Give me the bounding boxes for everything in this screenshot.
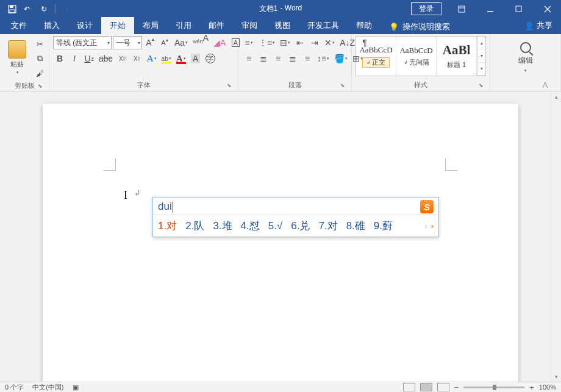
superscript-button[interactable]: X2 xyxy=(130,52,144,65)
zoom-slider-thumb[interactable] xyxy=(493,385,496,390)
highlight-color-button[interactable]: ab▾ xyxy=(160,52,173,65)
maximize-button[interactable] xyxy=(505,0,532,18)
web-layout-view[interactable] xyxy=(437,383,449,391)
tab-mailings[interactable]: 邮件 xyxy=(200,17,233,34)
character-border-button[interactable]: 字 xyxy=(204,52,217,65)
scroll-down-button[interactable]: ▾ xyxy=(551,371,561,382)
change-case-button[interactable]: Aa▾ xyxy=(173,36,190,49)
tab-review[interactable]: 审阅 xyxy=(233,17,266,34)
share-button[interactable]: 👤 共享 xyxy=(516,17,561,34)
login-button[interactable]: 登录 xyxy=(411,2,441,15)
font-dialog-launcher[interactable]: ⬊ xyxy=(226,82,233,90)
tab-file[interactable]: 文件 xyxy=(2,17,35,34)
copy-button[interactable]: ⧉ xyxy=(33,52,46,65)
align-left-button[interactable]: ≡ xyxy=(242,52,255,65)
page[interactable]: I ↲ xyxy=(43,104,518,382)
tab-developer[interactable]: 开发工具 xyxy=(299,17,348,34)
zoom-in-button[interactable]: + xyxy=(529,383,534,392)
enclose-characters-button[interactable]: A xyxy=(229,36,242,49)
increase-indent-button[interactable]: ⇥ xyxy=(308,36,321,49)
font-color-button[interactable]: A▾ xyxy=(174,52,188,65)
zoom-out-button[interactable]: − xyxy=(454,383,459,392)
bold-button[interactable]: B xyxy=(53,52,66,65)
undo-button[interactable]: ↶▾ xyxy=(21,2,35,16)
align-center-button[interactable]: ≣ xyxy=(257,52,270,65)
word-count[interactable]: 0 个字 xyxy=(5,383,24,392)
ime-next-page[interactable]: › xyxy=(431,221,434,230)
scroll-up-button[interactable]: ▴ xyxy=(551,91,561,102)
find-button[interactable]: 编辑 ▾ xyxy=(512,36,539,79)
show-marks-button[interactable]: ¶ xyxy=(358,36,371,49)
zoom-slider[interactable] xyxy=(463,387,524,388)
paragraph-dialog-launcher[interactable]: ⬊ xyxy=(339,82,346,90)
scrollbar-track[interactable] xyxy=(551,102,561,371)
character-shading-button[interactable]: A xyxy=(189,52,202,65)
styles-dialog-launcher[interactable]: ⬊ xyxy=(477,82,485,90)
strikethrough-button[interactable]: abc xyxy=(97,52,115,65)
decrease-indent-button[interactable]: ⇤ xyxy=(293,36,307,49)
distribute-button[interactable]: ≡ xyxy=(301,52,314,65)
tab-insert[interactable]: 插入 xyxy=(35,17,68,34)
qat-customize[interactable]: ▾ xyxy=(59,2,74,16)
ime-candidate[interactable]: 4.怼 xyxy=(241,219,260,233)
asian-layout-button[interactable]: ✕▾ xyxy=(323,36,337,49)
text-effects-button[interactable]: A▾ xyxy=(145,52,159,65)
minimize-button[interactable] xyxy=(476,0,504,18)
redo-button[interactable]: ↻ xyxy=(37,2,51,16)
italic-button[interactable]: I xyxy=(68,52,81,65)
tab-layout[interactable]: 布局 xyxy=(134,17,167,34)
macro-recorder-icon[interactable]: ▣ xyxy=(73,383,79,391)
font-size-combo[interactable]: 一号▾ xyxy=(113,36,142,49)
grow-font-button[interactable]: A▴ xyxy=(143,36,157,49)
bullet-list-button[interactable]: ≡▾ xyxy=(242,36,255,49)
align-right-button[interactable]: ≡ xyxy=(271,52,285,65)
ime-candidate[interactable]: 7.对 xyxy=(318,219,337,233)
ribbon-display-options[interactable] xyxy=(448,0,475,18)
shading-button[interactable]: 🪣▾ xyxy=(332,52,349,65)
read-mode-view[interactable] xyxy=(403,383,415,391)
cut-button[interactable]: ✂ xyxy=(33,37,46,51)
tab-help[interactable]: 帮助 xyxy=(348,17,381,34)
tab-references[interactable]: 引用 xyxy=(167,17,200,34)
borders-button[interactable]: ⊞▾ xyxy=(351,52,365,65)
tab-view[interactable]: 视图 xyxy=(266,17,299,34)
underline-button[interactable]: U▾ xyxy=(82,52,96,65)
ime-prev-page: ‹ xyxy=(424,221,427,230)
ime-candidate[interactable]: 5.√ xyxy=(268,220,283,232)
multilevel-list-button[interactable]: ⊟▾ xyxy=(278,36,292,49)
tell-me-search[interactable]: 💡 操作说明搜索 xyxy=(381,20,459,34)
title-bar: ↶▾ ↻ ▾ 文档1 - Word 登录 xyxy=(0,0,561,18)
person-icon: 👤 xyxy=(524,21,534,30)
styles-gallery-expand[interactable]: ▴▾▾ xyxy=(477,37,485,76)
print-layout-view[interactable] xyxy=(420,383,432,391)
style-heading1[interactable]: AaBl 标题 1 xyxy=(437,37,477,76)
numbered-list-button[interactable]: ⋮≡▾ xyxy=(257,36,277,49)
shrink-font-button[interactable]: A▾ xyxy=(158,36,171,49)
ime-candidate[interactable]: 8.碓 xyxy=(346,219,365,233)
style-no-spacing[interactable]: AaBbCcD ↲无间隔 xyxy=(396,37,437,76)
tab-design[interactable]: 设计 xyxy=(68,17,101,34)
paste-button[interactable]: 粘贴 ▾ xyxy=(4,36,30,79)
font-family-combo[interactable]: 等线 (西文正▾ xyxy=(53,36,112,49)
language-status[interactable]: 中文(中国) xyxy=(32,383,63,392)
ime-candidate[interactable]: 9.薱 xyxy=(374,219,393,233)
search-icon xyxy=(520,42,531,53)
line-spacing-button[interactable]: ↕≡▾ xyxy=(315,52,331,65)
clear-formatting-button[interactable]: ◢A xyxy=(212,36,227,49)
ime-candidate[interactable]: 3.堆 xyxy=(213,219,232,233)
save-button[interactable] xyxy=(5,2,20,16)
clipboard-dialog-launcher[interactable]: ⬊ xyxy=(37,83,44,90)
ime-candidate[interactable]: 6.兑 xyxy=(291,219,310,233)
collapse-ribbon-button[interactable]: ⋀ xyxy=(540,79,550,89)
ime-candidate[interactable]: 2.队 xyxy=(185,219,204,233)
zoom-level[interactable]: 100% xyxy=(539,383,556,391)
close-button[interactable] xyxy=(534,0,561,18)
sort-button[interactable]: A↓Z xyxy=(338,36,357,49)
vertical-scrollbar[interactable]: ▴ ▾ xyxy=(551,91,561,382)
format-painter-button[interactable]: 🖌 xyxy=(33,66,46,80)
justify-button[interactable]: ≣ xyxy=(286,52,299,65)
ime-candidate[interactable]: 1.对 xyxy=(158,219,177,233)
tab-home[interactable]: 开始 xyxy=(101,17,134,34)
phonetic-guide-button[interactable]: wénA xyxy=(191,36,210,49)
subscript-button[interactable]: X2 xyxy=(116,52,129,65)
